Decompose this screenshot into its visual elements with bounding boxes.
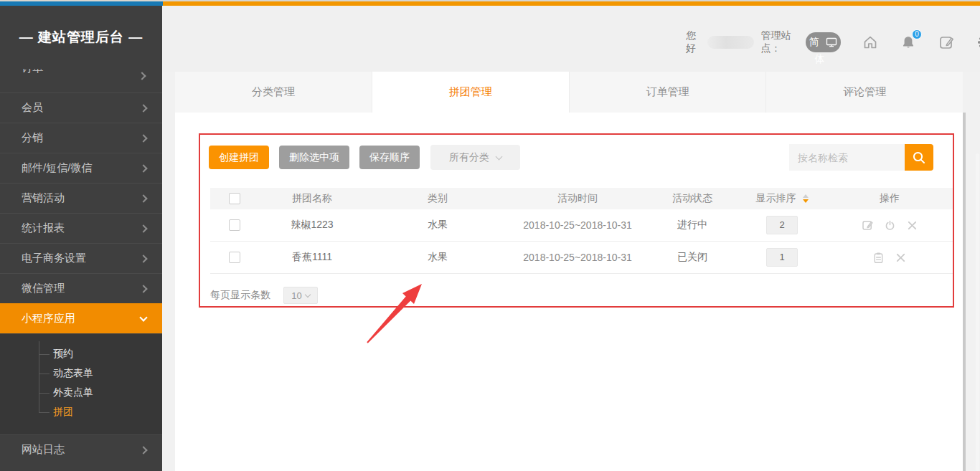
chevron-right-icon [139, 194, 147, 202]
language-toggle[interactable]: 简 体 [806, 32, 841, 52]
edit-button[interactable] [938, 34, 955, 51]
cell-name: 辣椒1223 [258, 219, 366, 232]
sidebar-item-label: 订单 [22, 69, 43, 75]
sidebar-item-distribution[interactable]: 分销 [0, 123, 162, 153]
sidebar-item-label: 统计报表 [22, 222, 65, 235]
sort-order-input[interactable]: 1 [766, 248, 798, 267]
delete-selected-button[interactable]: 删除选中项 [279, 146, 349, 169]
tab-groupbuy-management[interactable]: 拼团管理 [372, 72, 570, 113]
sidebar-item-site-log[interactable]: 网站日志 [0, 434, 162, 465]
sort-toggle-icon[interactable] [803, 194, 809, 203]
table-row: 香蕉1111 水果 2018-10-25~2018-10-31 已关闭 1 [210, 242, 954, 274]
column-header-sort: 显示排序 [756, 192, 796, 205]
edit-icon [938, 34, 955, 51]
sidebar-item-messaging[interactable]: 邮件/短信/微信 [0, 153, 162, 183]
notification-badge: 0 [912, 29, 922, 39]
search-icon [912, 151, 926, 165]
select-all-checkbox[interactable] [229, 193, 240, 204]
notifications-button[interactable]: 0 [900, 34, 917, 51]
tab-bar: 分类管理 拼团管理 订单管理 评论管理 [175, 72, 963, 113]
submenu-item-dynamic-form[interactable]: 动态表单 [0, 363, 162, 383]
home-button[interactable] [862, 34, 879, 51]
chevron-right-icon [139, 104, 147, 112]
toolbar: 创建拼团 删除选中项 保存顺序 所有分类 [209, 145, 520, 170]
sidebar-item-label: 邮件/短信/微信 [22, 161, 92, 175]
tab-order-management[interactable]: 订单管理 [570, 72, 767, 113]
username-redacted [707, 36, 754, 49]
tab-comment-management[interactable]: 评论管理 [766, 72, 963, 113]
chevron-right-icon [139, 134, 147, 142]
category-filter-dropdown[interactable]: 所有分类 [430, 145, 520, 170]
submenu-item-label: 外卖点单 [53, 386, 93, 399]
page-size-control: 每页显示条数 10 [210, 287, 318, 304]
cell-time: 2018-10-25~2018-10-31 [509, 219, 646, 231]
groupbuy-table: 拼团名称 类别 活动时间 活动状态 显示排序 操作 辣椒1223 水果 2018… [210, 188, 954, 274]
cell-time: 2018-10-25~2018-10-31 [509, 252, 646, 263]
close-icon [895, 252, 906, 263]
save-order-button[interactable]: 保存顺序 [359, 146, 420, 169]
column-header-category: 类别 [366, 192, 509, 205]
edit-icon [861, 219, 874, 232]
chevron-down-icon [496, 153, 503, 160]
submenu-item-booking[interactable]: 预约 [0, 344, 162, 363]
create-groupbuy-button[interactable]: 创建拼团 [209, 146, 269, 169]
delete-row-button[interactable] [905, 219, 918, 232]
tab-category-management[interactable]: 分类管理 [175, 72, 372, 113]
page-size-value: 10 [291, 290, 301, 301]
submenu-item-label: 动态表单 [53, 367, 93, 380]
row-checkbox[interactable] [229, 219, 240, 231]
tab-label: 分类管理 [252, 85, 295, 99]
sidebar-item-label: 微信管理 [22, 282, 65, 295]
greeting-text: 您好 [686, 29, 702, 55]
page-scrollbar[interactable] [963, 113, 966, 471]
submenu-item-groupbuy[interactable]: 拼团 [0, 402, 162, 422]
search-input[interactable] [789, 144, 905, 171]
submenu-item-takeout[interactable]: 外卖点单 [0, 383, 162, 402]
top-strip-blue [0, 1, 163, 6]
sidebar-item-marketing[interactable]: 营销活动 [0, 183, 162, 213]
delete-row-button[interactable] [895, 251, 908, 264]
table-row: 辣椒1223 水果 2018-10-25~2018-10-31 进行中 2 [210, 209, 954, 242]
edit-row-button[interactable] [861, 219, 874, 232]
row-checkbox[interactable] [229, 252, 240, 263]
admin-app: — 建站管理后台 — 订单 会员 分销 邮件/短信/微信 营销活动 统计报表 电… [0, 0, 980, 471]
sidebar-item-ecommerce-settings[interactable]: 电子商务设置 [0, 243, 162, 273]
close-icon [907, 220, 918, 231]
sidebar-item-orders[interactable]: 订单 [0, 69, 162, 92]
sort-desc-icon [803, 199, 809, 203]
monitor-icon [826, 37, 837, 48]
page-size-select[interactable]: 10 [283, 287, 318, 304]
sidebar: — 建站管理后台 — 订单 会员 分销 邮件/短信/微信 营销活动 统计报表 电… [0, 6, 162, 471]
restore-row-button[interactable] [872, 251, 885, 264]
disable-row-button[interactable] [883, 219, 896, 232]
home-icon [862, 34, 879, 51]
cell-category: 水果 [366, 251, 509, 264]
sidebar-item-label: 会员 [22, 101, 43, 115]
tab-label: 订单管理 [646, 85, 689, 99]
column-header-name: 拼团名称 [258, 192, 366, 205]
sidebar-item-label: 电子商务设置 [22, 252, 86, 265]
tab-label: 评论管理 [843, 85, 886, 99]
sort-asc-icon [803, 194, 809, 198]
sidebar-item-members[interactable]: 会员 [0, 92, 162, 123]
table-header-row: 拼团名称 类别 活动时间 活动状态 显示排序 操作 [210, 188, 954, 209]
tab-label: 拼团管理 [449, 85, 492, 99]
sidebar-item-statistics[interactable]: 统计报表 [0, 213, 162, 243]
sidebar-item-wechat[interactable]: 微信管理 [0, 273, 162, 303]
sidebar-item-label: 小程序应用 [22, 312, 75, 325]
sort-order-input[interactable]: 2 [766, 216, 798, 234]
settings-button[interactable] [976, 34, 980, 51]
sidebar-item-miniprogram[interactable]: 小程序应用 [0, 303, 162, 333]
sidebar-item-label: 分销 [22, 131, 43, 145]
chevron-right-icon [138, 72, 146, 80]
cell-status: 进行中 [646, 219, 739, 232]
chevron-down-icon [304, 291, 310, 297]
sidebar-scrollbar[interactable] [976, 153, 979, 471]
power-icon [884, 219, 896, 232]
column-header-status: 活动状态 [646, 192, 739, 205]
top-strip-orange [163, 1, 980, 6]
chevron-right-icon [139, 254, 147, 262]
gear-icon [976, 34, 980, 51]
search-button[interactable] [905, 144, 933, 171]
cell-status: 已关闭 [646, 251, 739, 264]
